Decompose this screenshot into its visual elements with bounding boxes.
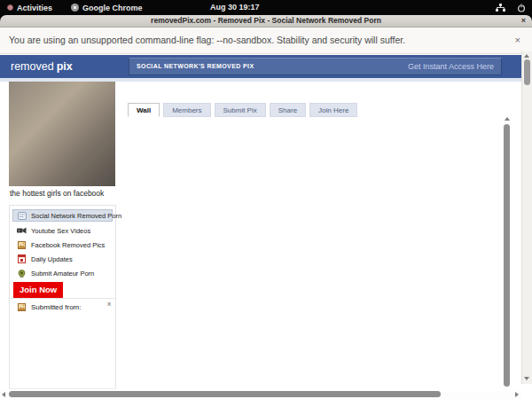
outer-vertical-scrollbar[interactable] [521,51,532,384]
join-now-button[interactable]: Join Now [13,282,63,298]
tab-members[interactable]: Members [163,103,210,117]
chrome-icon [71,4,79,12]
sidebar-item-label: Youtube Sex Videos [31,227,90,235]
sidebar-menu: Social Network Removed Porn Youtube Sex … [9,205,116,389]
gnome-top-bar: Activities Google Chrome Aug 30 19:17 [0,0,532,15]
window-close-button[interactable]: × [521,15,526,27]
sidebar-item-label: Submit Amateur Porn [31,270,94,278]
sidebar-item-daily-updates[interactable]: Daily Updates [10,252,115,266]
photo-icon [17,303,27,311]
submitted-from-label: Submitted from: [31,303,81,311]
site-logo-word1: removed [11,60,54,73]
get-access-link[interactable]: Get Instant Access Here [408,59,494,74]
photo-icon [17,241,27,249]
wall-post-icon [17,212,27,220]
warning-close-button[interactable]: × [515,27,520,52]
network-icon[interactable] [496,4,505,12]
submitted-close-button[interactable]: x [107,301,111,307]
power-icon[interactable] [517,4,526,12]
tab-join-here[interactable]: Join Here [309,103,357,117]
scroll-up-arrow-icon[interactable] [505,117,510,121]
profile-photo-placeholder [9,82,115,186]
clock[interactable]: Aug 30 19:17 [210,0,260,15]
system-tray [496,0,526,15]
app-menu-google-chrome[interactable]: Google Chrome [71,0,143,15]
titlebar-backdrop: removedPix.com - Removed Pix - Social Ne… [0,15,532,27]
activities-indicator-icon [7,4,13,11]
sidebar-item-social-network-removed-porn[interactable]: Social Network Removed Porn [12,209,113,222]
site-header: removedpix SOCIAL NETWORK'S REMOVED PIX … [0,55,521,78]
inner-horizontal-scrollbar[interactable] [0,391,521,399]
sidebar-item-label: Social Network Removed Porn [31,212,121,220]
video-camera-icon [17,227,27,234]
banner-title: SOCIAL NETWORK'S REMOVED PIX [137,59,254,74]
sidebar-item-youtube-sex-videos[interactable]: Youtube Sex Videos [10,223,115,238]
sidebar-item-label: Facebook Removed Pics [31,241,105,249]
tab-wall[interactable]: Wall [128,103,160,117]
window-title: removedPix.com - Removed Pix - Social Ne… [0,15,532,27]
desktop-screen: Activities Google Chrome Aug 30 19:17 re… [0,0,532,399]
submitted-from-row: Submitted from: [10,299,115,315]
tab-submit-pix[interactable]: Submit Pix [215,103,266,117]
scroll-up-arrow-icon[interactable] [524,54,529,58]
sidebar-item-submit-amateur-porn[interactable]: Submit Amateur Porn [10,266,115,280]
webcam-icon [17,270,27,278]
app-menu-label: Google Chrome [82,4,143,12]
inner-vertical-scrollbar-thumb[interactable] [504,124,510,387]
calendar-icon [17,254,27,263]
inner-vertical-scrollbar[interactable] [503,115,512,397]
site-logo[interactable]: removedpix [11,55,73,78]
activities-label: Activities [17,4,52,12]
sidebar-item-facebook-removed-pics[interactable]: Facebook Removed Pics [10,238,115,252]
outer-vertical-scrollbar-thumb[interactable] [524,59,530,85]
header-banner: SOCIAL NETWORK'S REMOVED PIX Get Instant… [129,58,502,75]
scroll-down-arrow-icon[interactable] [524,377,529,380]
chrome-warning-bar: You are using an unsupported command-lin… [0,27,532,54]
sidebar-item-label: Daily Updates [31,255,73,263]
tab-share[interactable]: Share [270,103,306,117]
activities-button[interactable]: Activities [7,0,52,15]
window-titlebar: removedPix.com - Removed Pix - Social Ne… [0,15,532,27]
photo-caption: the hottest girls on facebook [10,189,118,198]
scroll-left-arrow-icon[interactable] [2,392,5,397]
inner-horizontal-scrollbar-thumb[interactable] [9,391,441,397]
wall-tabs: Wall Members Submit Pix Share Join Here [128,103,357,117]
scroll-right-arrow-icon[interactable] [515,392,519,397]
site-logo-word2: pix [57,60,73,73]
warning-message: You are using an unsupported command-lin… [9,27,405,53]
